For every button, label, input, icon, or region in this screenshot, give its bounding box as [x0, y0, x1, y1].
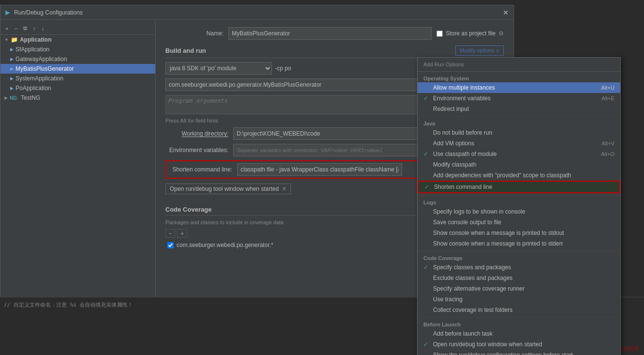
- no-build-item[interactable]: Do not build before run: [418, 127, 620, 138]
- os-section: Operating System Allow multiple instance…: [418, 72, 620, 117]
- env-vars-label: Environment variables:: [165, 147, 228, 154]
- logs-section: Logs Specify logs to be shown in console…: [418, 196, 620, 251]
- show-console-stdout-item[interactable]: Show console when a message is printed t…: [418, 228, 620, 238]
- close-run-icon[interactable]: ✕: [282, 185, 287, 192]
- application-group[interactable]: ▼ 📁 Application: [0, 35, 155, 45]
- add-config-button[interactable]: +: [3, 24, 10, 32]
- check-icon: ✓: [423, 264, 430, 271]
- java-section: Java Do not build before run Add VM opti…: [418, 117, 620, 196]
- allow-multiple-label: Allow multiple instances: [433, 84, 598, 91]
- shorten-label: Shorten command line:: [169, 166, 232, 173]
- save-console-label: Save console output to file: [433, 219, 612, 226]
- left-panel: + − ⧉ ↑ ↓ ▼ 📁 Application ▶ SfApplicatio…: [0, 20, 156, 329]
- program-args-input[interactable]: [165, 95, 418, 114]
- java-section-title: Java: [418, 119, 620, 127]
- specify-logs-item[interactable]: Specify logs to be shown in console: [418, 206, 620, 217]
- coverage-item-label: com.seeburger.webedi.po.generator.*: [177, 242, 273, 248]
- show-settings-item[interactable]: Show the run/debug configuration setting…: [418, 350, 620, 355]
- redirect-input-item[interactable]: Redirect input: [418, 104, 620, 114]
- folder-icon: 📁: [11, 36, 18, 43]
- check-icon: ✓: [423, 341, 430, 348]
- logs-section-title: Logs: [418, 198, 620, 206]
- show-console-stderr-item[interactable]: Show console when a message is printed t…: [418, 238, 620, 249]
- name-label: Name:: [165, 30, 224, 37]
- os-section-title: Operating System: [418, 74, 620, 82]
- collect-coverage-item[interactable]: Collect coverage in test folders: [418, 305, 620, 315]
- before-launch-section: Before Launch Add before launch task ✓ O…: [418, 318, 620, 355]
- use-classpath-item[interactable]: ✓ Use classpath of module Alt+O: [418, 149, 620, 159]
- app-icon: ▶: [10, 86, 14, 91]
- name-input[interactable]: [228, 27, 432, 40]
- testng-group[interactable]: ▶ NG TestNG: [0, 93, 155, 103]
- collect-coverage-label: Collect coverage in test folders: [433, 307, 612, 313]
- dropdown-coverage-section: Code Coverage ✓ Specify classes and pack…: [418, 251, 620, 318]
- gear-icon: ⚙: [499, 30, 504, 37]
- tree-item-po[interactable]: ▶ PoApplication: [0, 83, 155, 93]
- store-label: Store as project file: [446, 30, 496, 37]
- env-vars-input[interactable]: [233, 144, 418, 156]
- check-icon: ✓: [424, 184, 431, 190]
- copy-config-button[interactable]: ⧉: [21, 24, 29, 32]
- show-settings-label: Show the run/debug configuration setting…: [433, 352, 612, 355]
- open-run-label: Open run/debug tool window when started: [170, 185, 279, 192]
- open-run-debug-item[interactable]: ✓ Open run/debug tool window when starte…: [418, 339, 620, 350]
- store-checkbox[interactable]: [436, 31, 443, 37]
- remove-config-button[interactable]: −: [12, 24, 19, 32]
- use-tracing-label: Use tracing: [433, 296, 612, 303]
- working-dir-input[interactable]: [233, 127, 418, 140]
- main-class-input[interactable]: [165, 78, 418, 91]
- allow-multiple-instances-item[interactable]: Allow multiple instances Alt+U: [418, 82, 620, 93]
- coverage-minus-button[interactable]: −: [165, 229, 175, 238]
- expand-icon: ▶: [4, 95, 8, 100]
- env-variables-item[interactable]: ✓ Environment variables Alt+E: [418, 93, 620, 104]
- expand-icon: ▼: [4, 37, 9, 42]
- exclude-classes-item[interactable]: Exclude classes and packages: [418, 273, 620, 283]
- build-run-title: Build and run Modify options ∨: [165, 46, 504, 58]
- tree-item-gateway[interactable]: ▶ GatewayApplication: [0, 54, 155, 64]
- open-run-debug-label: Open run/debug tool window when started: [433, 341, 612, 348]
- app-icon: ▶: [10, 47, 14, 52]
- close-button[interactable]: ✕: [503, 9, 509, 16]
- coverage-section-title: Code Coverage: [418, 253, 620, 262]
- show-stdout-label: Show console when a message is printed t…: [433, 230, 612, 236]
- exclude-classes-label: Exclude classes and packages: [433, 275, 612, 281]
- add-before-launch-item[interactable]: Add before launch task: [418, 328, 620, 339]
- alt-coverage-label: Specify alternative coverage runner: [433, 285, 612, 292]
- add-deps-label: Add dependencies with "provided" scope t…: [433, 172, 612, 179]
- save-console-item[interactable]: Save console output to file: [418, 217, 620, 228]
- shorten-command-line-item[interactable]: ✓ Shorten command line: [418, 181, 620, 193]
- add-dependencies-item[interactable]: Add dependencies with "provided" scope t…: [418, 170, 620, 181]
- redirect-input-label: Redirect input: [433, 106, 612, 112]
- tree-item-sf[interactable]: ▶ SfApplication: [0, 45, 155, 54]
- use-tracing-item[interactable]: Use tracing: [418, 294, 620, 305]
- open-run-debug-button[interactable]: Open run/debug tool window when started …: [165, 184, 291, 194]
- modify-options-button[interactable]: Modify options ∨: [455, 46, 504, 56]
- no-build-label: Do not build before run: [433, 129, 612, 136]
- coverage-item-checkbox[interactable]: [167, 242, 174, 248]
- tree-item-system[interactable]: ▶ SystemApplication: [0, 74, 155, 83]
- app-icon: ▶: [10, 57, 14, 62]
- check-icon: ✓: [423, 151, 430, 157]
- use-classpath-label: Use classpath of module: [433, 151, 598, 157]
- modify-options-dropdown: Add Run Options Operating System Allow m…: [417, 57, 621, 355]
- cp-label: -cp po: [275, 65, 291, 72]
- shorten-input[interactable]: [237, 163, 402, 176]
- modify-classpath-item[interactable]: Modify classpath: [418, 159, 620, 170]
- name-row: Name: Store as project file ⚙: [165, 27, 504, 40]
- move-up-button[interactable]: ↑: [31, 24, 38, 32]
- app-icon: ▶: [10, 66, 14, 71]
- coverage-plus-button[interactable]: +: [177, 229, 187, 238]
- specify-classes-item[interactable]: ✓ Specify classes and packages: [418, 262, 620, 273]
- tree-item-mybatis[interactable]: ▶ MyBatisPlusGenerator: [0, 64, 155, 74]
- dialog-titlebar: ▶ Run/Debug Configurations ✕: [0, 5, 514, 20]
- move-down-button[interactable]: ↓: [39, 24, 46, 32]
- sdk-select[interactable]: java 8 SDK of 'po' module: [165, 62, 272, 75]
- check-icon: ✓: [423, 95, 430, 102]
- alt-coverage-runner-item[interactable]: Specify alternative coverage runner: [418, 283, 620, 294]
- working-dir-label: Working directory:: [165, 130, 228, 137]
- add-vm-item[interactable]: Add VM options Alt+V: [418, 138, 620, 149]
- modify-classpath-label: Modify classpath: [433, 161, 612, 168]
- before-launch-title: Before Launch: [418, 320, 620, 328]
- add-vm-shortcut: Alt+V: [601, 140, 614, 146]
- app-icon: ▶: [10, 76, 14, 81]
